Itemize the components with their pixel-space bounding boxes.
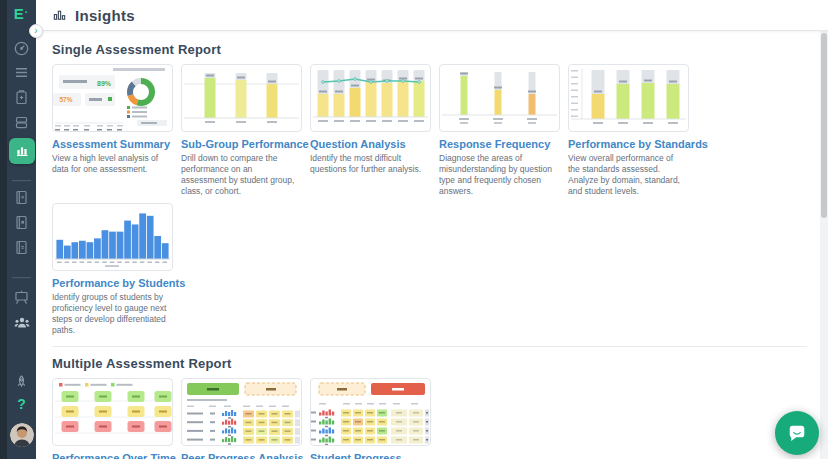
user-avatar — [10, 423, 34, 447]
report-thumbnail[interactable] — [310, 64, 431, 132]
report-card: Question AnalysisIdentify the most diffi… — [310, 64, 431, 175]
report-description: Identify the most difficult questions fo… — [310, 153, 429, 175]
sidebar-divider — [12, 277, 31, 279]
sidebar-item-notebook-test[interactable] — [7, 189, 36, 206]
report-link[interactable]: Assessment Summary — [52, 138, 173, 150]
sidebar-item-assignments[interactable] — [7, 64, 36, 81]
avatar-photo — [10, 423, 34, 447]
sidebar-item-classboard[interactable] — [7, 289, 36, 306]
sidebar-item-item-bank[interactable] — [7, 114, 36, 131]
people-group-icon — [13, 314, 31, 331]
app-logo[interactable]: E· — [7, 5, 36, 22]
report-link[interactable]: Response Frequency — [439, 138, 560, 150]
report-description: Drill down to compare the performance on… — [181, 153, 300, 197]
sidebar-item-insights-active[interactable] — [7, 138, 36, 164]
report-thumbnail[interactable] — [439, 64, 560, 132]
vertical-scrollbar — [820, 31, 828, 459]
section-divider — [52, 346, 807, 347]
report-link[interactable]: Performance by Standards — [568, 138, 689, 150]
svg-text:57%: 57% — [59, 96, 72, 103]
sidebar-edge — [0, 0, 7, 459]
report-thumbnail[interactable] — [310, 378, 431, 446]
notebook-icon — [13, 239, 30, 256]
chat-bubble-icon — [781, 411, 813, 455]
top-header: Insights — [36, 0, 828, 31]
bar-chart-icon — [14, 143, 30, 159]
sidebar-item-help[interactable]: ? — [7, 396, 36, 412]
sidebar-item-gradebook[interactable] — [7, 89, 36, 106]
chat-launcher-button[interactable] — [775, 411, 819, 455]
notebook-icon — [13, 214, 30, 231]
report-thumbnail[interactable] — [52, 203, 173, 271]
report-thumbnail[interactable] — [52, 378, 173, 446]
single-report-row-2: Performance by StudentsIdentify groups o… — [52, 203, 820, 336]
report-card: Response FrequencyDiagnose the areas of … — [439, 64, 560, 197]
report-link[interactable]: Student Progress — [310, 452, 431, 459]
report-description: View a high level analysis of data for o… — [52, 153, 171, 175]
report-link[interactable]: Question Analysis — [310, 138, 431, 150]
report-thumbnail[interactable]: 89%57% — [52, 64, 173, 132]
section-title-single: Single Assessment Report — [52, 42, 820, 57]
report-link[interactable]: Peer Progress Analysis — [181, 452, 302, 459]
sidebar-divider — [12, 180, 31, 182]
stacked-cards-icon — [13, 114, 30, 131]
report-card: Peer Progress Analysis — [181, 378, 302, 459]
report-description: View overall performance of the standard… — [568, 153, 687, 197]
notebook-icon — [13, 189, 30, 206]
sidebar-collapse-button[interactable]: › — [29, 24, 43, 38]
sidebar-item-notebook-list[interactable] — [7, 239, 36, 256]
easel-icon — [13, 289, 30, 306]
report-description: Identify groups of students by proficien… — [52, 292, 171, 336]
scrollbar-thumb[interactable] — [821, 33, 827, 218]
clipboard-plus-icon — [13, 89, 30, 106]
svg-text:89%: 89% — [97, 80, 112, 87]
logo-dot: · — [25, 7, 29, 18]
report-card: Student Progress — [310, 378, 431, 459]
sidebar-item-dashboard[interactable] — [7, 40, 36, 57]
report-link[interactable]: Performance by Students — [52, 277, 173, 289]
report-card: Performance by StandardsView overall per… — [568, 64, 689, 197]
single-report-row-1: 89%57%Assessment SummaryView a high leve… — [52, 64, 820, 197]
menu-lines-icon — [13, 64, 30, 81]
report-card: Performance Over Time — [52, 378, 173, 459]
active-tile — [9, 138, 35, 164]
report-description: Diagnose the areas of misunderstanding b… — [439, 153, 558, 197]
insights-header-icon — [52, 8, 67, 23]
report-thumbnail[interactable] — [568, 64, 689, 132]
dashboard-icon — [13, 40, 30, 57]
report-link[interactable]: Sub-Group Performance — [181, 138, 302, 150]
sidebar-item-upgrade[interactable] — [7, 374, 36, 391]
sidebar-item-notebook-item[interactable] — [7, 214, 36, 231]
multiple-report-row: Performance Over TimePeer Progress Analy… — [52, 378, 820, 459]
rocket-icon — [13, 374, 30, 391]
report-link[interactable]: Performance Over Time — [52, 452, 173, 459]
sidebar-item-groups[interactable] — [7, 314, 36, 331]
report-card: Performance by StudentsIdentify groups o… — [52, 203, 173, 336]
sidebar-item-profile[interactable] — [7, 423, 36, 447]
report-card: Sub-Group PerformanceDrill down to compa… — [181, 64, 302, 197]
main-content: Single Assessment Report 89%57%Assessmen… — [36, 32, 820, 459]
page-title: Insights — [75, 7, 135, 24]
sidebar: E· — [0, 0, 36, 459]
section-title-multiple: Multiple Assessment Report — [52, 356, 820, 371]
report-thumbnail[interactable] — [181, 378, 302, 446]
report-card: 89%57%Assessment SummaryView a high leve… — [52, 64, 173, 175]
report-thumbnail[interactable] — [181, 64, 302, 132]
